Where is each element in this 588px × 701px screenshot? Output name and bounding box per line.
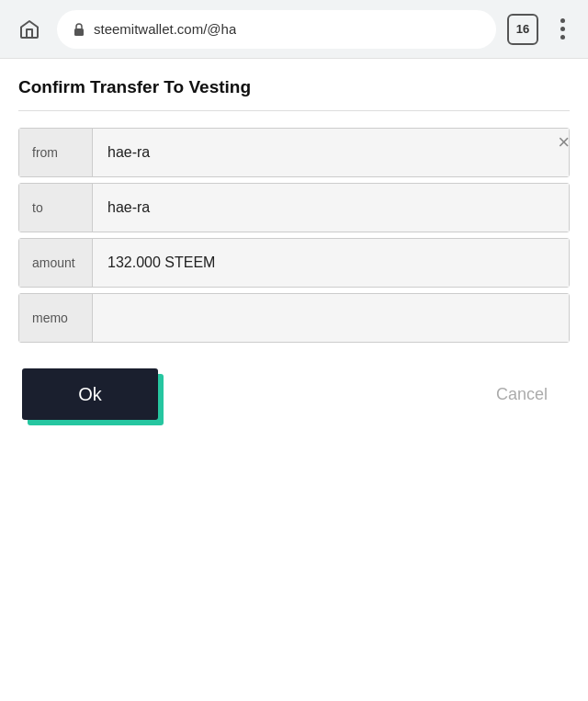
menu-button[interactable] [549, 13, 575, 46]
button-row: Ok Cancel [18, 368, 570, 420]
menu-dot-1 [560, 18, 565, 23]
url-text: steemitwallet.com/@ha [94, 21, 236, 37]
to-label: to [19, 184, 93, 232]
ok-button-wrapper: Ok [22, 368, 158, 420]
dialog: Confirm Transfer To Vesting × from hae-r… [0, 59, 588, 447]
divider [18, 110, 570, 111]
amount-label: amount [19, 239, 93, 287]
home-button[interactable] [13, 13, 46, 46]
menu-dot-2 [560, 27, 565, 31]
svg-rect-0 [74, 28, 84, 36]
menu-dot-3 [560, 35, 565, 40]
amount-field-row: amount 132.000 STEEM [18, 238, 570, 288]
memo-field-row: memo [18, 293, 570, 343]
cancel-button[interactable]: Cancel [478, 376, 566, 413]
lock-icon [72, 22, 86, 37]
from-value: hae-ra [93, 129, 569, 176]
from-label: from [19, 129, 93, 176]
tab-count-badge[interactable]: 16 [507, 14, 538, 45]
ok-button[interactable]: Ok [22, 368, 158, 420]
from-field-row: from hae-ra [18, 128, 570, 177]
to-value: hae-ra [93, 184, 569, 232]
amount-value: 132.000 STEEM [93, 239, 569, 287]
memo-value [93, 294, 569, 342]
close-button[interactable]: × [558, 132, 570, 153]
dialog-title: Confirm Transfer To Vesting [18, 77, 570, 97]
memo-label: memo [19, 294, 93, 342]
to-field-row: to hae-ra [18, 183, 570, 232]
browser-toolbar: steemitwallet.com/@ha 16 [0, 0, 588, 59]
url-bar[interactable]: steemitwallet.com/@ha [57, 10, 496, 49]
